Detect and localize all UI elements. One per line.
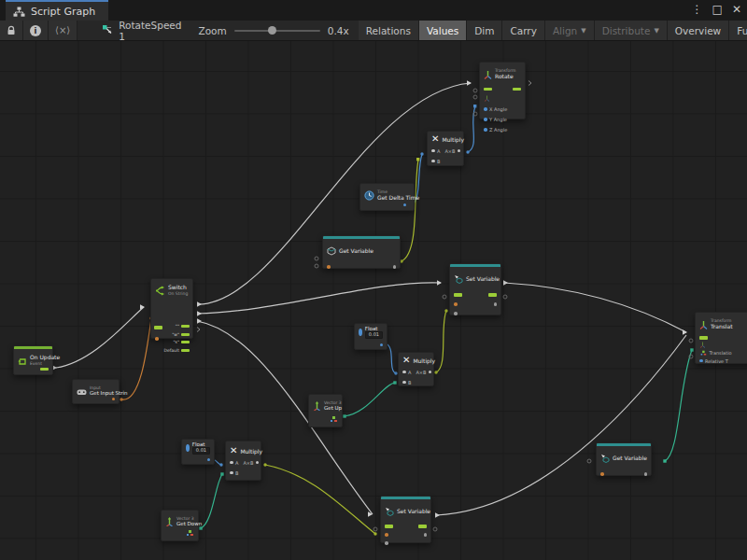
output-port[interactable]: [458, 149, 461, 153]
input-b-port[interactable]: [431, 160, 435, 163]
node-switch-on-string[interactable]: SwitchOn String "" "w" "s" Default: [150, 278, 193, 339]
port-label: A: [437, 148, 440, 154]
z-angle-port[interactable]: [484, 128, 487, 132]
name-port[interactable]: [385, 533, 388, 537]
flow-in-port[interactable]: [154, 326, 162, 329]
node-multiply-middle[interactable]: ✕Multiply AA×B B: [398, 352, 434, 386]
case-out-port[interactable]: [181, 333, 190, 337]
float-value-field[interactable]: 0.01: [365, 331, 383, 339]
case-label: "": [176, 324, 179, 329]
output-port[interactable]: [380, 343, 384, 347]
vector3-out-port[interactable]: [186, 530, 193, 537]
input-b-port[interactable]: [402, 381, 406, 385]
selector-port[interactable]: [155, 337, 159, 341]
name-port[interactable]: [327, 265, 331, 269]
flow-in-port[interactable]: [699, 336, 708, 340]
node-multiply-bottom[interactable]: ✕Multiply AA×B B: [225, 441, 261, 481]
graph-canvas[interactable]: [0, 41, 747, 560]
node-title: Translat: [711, 324, 733, 330]
output-port[interactable]: [403, 203, 407, 207]
name-port[interactable]: [600, 472, 604, 476]
port-label: Z Angle: [489, 127, 507, 133]
float-icon: [359, 329, 362, 336]
flow-in-port[interactable]: [484, 88, 492, 91]
node-set-variable-top[interactable]: Set Variable: [449, 263, 501, 315]
output-port[interactable]: [207, 458, 211, 462]
node-title: Rotate: [495, 74, 515, 80]
distribute-label: Distribute: [602, 25, 651, 36]
distribute-button[interactable]: Distribute▼: [595, 21, 668, 40]
flow-out-port[interactable]: [40, 368, 49, 371]
node-get-input-string[interactable]: InputGet Input Strin: [72, 379, 120, 404]
graph-reference[interactable]: RotateSpeed 1: [94, 21, 189, 40]
flow-in-port[interactable]: [385, 525, 393, 528]
case-out-port[interactable]: [181, 325, 190, 329]
node-transform-rotate[interactable]: TransformRotate X Angle Y Angle Z Angle: [479, 62, 526, 119]
value-in-port[interactable]: [454, 312, 458, 315]
case-out-port[interactable]: [181, 341, 190, 344]
node-title: Get Delta Time: [377, 195, 419, 202]
relative-to-port[interactable]: [699, 359, 703, 363]
self-port-icon[interactable]: [699, 342, 706, 348]
value-out-port[interactable]: [644, 472, 648, 476]
port-label: A: [408, 370, 411, 375]
flow-out-port[interactable]: [513, 88, 521, 91]
relations-button[interactable]: Relations: [359, 21, 419, 40]
flow-in-port[interactable]: [454, 293, 462, 297]
tab-script-graph[interactable]: Script Graph: [6, 0, 108, 21]
zoom-control: Zoom 0.4x: [189, 21, 358, 40]
node-multiply-top[interactable]: ✕Multiply AA×B B: [427, 131, 464, 166]
zoom-slider[interactable]: [234, 30, 320, 32]
input-a-port[interactable]: [230, 461, 233, 465]
lock-button[interactable]: [0, 21, 23, 40]
output-port[interactable]: [112, 398, 116, 401]
port-label: B: [235, 470, 238, 476]
overview-button[interactable]: Overview: [668, 21, 729, 40]
flow-out-port[interactable]: [488, 293, 497, 297]
node-transform-translate[interactable]: TransformTranslat Translatio Relative T: [695, 312, 747, 364]
window-titlebar: Script Graph ⋮ □ ✕: [0, 0, 747, 21]
y-angle-port[interactable]: [484, 118, 487, 121]
dim-button[interactable]: Dim: [467, 21, 502, 40]
node-set-variable-bottom[interactable]: Set Variable: [380, 496, 431, 543]
node-vector3-get-up[interactable]: Vector 3Get Up: [308, 394, 343, 427]
node-get-delta-time[interactable]: TimeGet Delta Time: [359, 183, 415, 211]
code-view-button[interactable]: ⟨×⟩: [49, 21, 78, 40]
node-get-variable-top[interactable]: Get Variable: [322, 235, 401, 269]
float-value-field[interactable]: 0.01: [192, 447, 210, 455]
output-port[interactable]: [429, 371, 432, 374]
self-port-icon[interactable]: [484, 95, 490, 102]
value-out-port[interactable]: [393, 265, 397, 269]
values-button[interactable]: Values: [419, 21, 467, 40]
value-out-port[interactable]: [494, 302, 498, 306]
input-a-port[interactable]: [402, 371, 406, 374]
info-button[interactable]: i: [23, 21, 49, 40]
window-menu-button[interactable]: ⋮: [692, 3, 703, 16]
align-button[interactable]: Align▼: [545, 21, 595, 40]
value-in-port[interactable]: [385, 541, 388, 545]
node-float-bottom[interactable]: Float0.01: [181, 439, 215, 465]
fullscreen-button[interactable]: Full Screen: [729, 21, 747, 40]
vector3-out-port[interactable]: [330, 416, 337, 423]
output-port[interactable]: [256, 461, 260, 465]
node-float-top[interactable]: Float0.01: [354, 323, 388, 350]
input-a-port[interactable]: [431, 149, 435, 153]
x-angle-port[interactable]: [484, 107, 487, 111]
input-b-port[interactable]: [230, 471, 233, 475]
default-out-port[interactable]: [181, 349, 190, 353]
zoom-slider-handle[interactable]: [268, 26, 276, 35]
translation-port[interactable]: [700, 350, 706, 356]
window-close-button[interactable]: ✕: [732, 3, 741, 16]
node-get-variable-right[interactable]: Get Variable: [596, 442, 652, 476]
value-out-port[interactable]: [424, 533, 428, 537]
vector3-icon: [165, 512, 174, 530]
flow-out-port[interactable]: [418, 525, 427, 528]
carry-button[interactable]: Carry: [502, 21, 544, 40]
transform-icon: [699, 315, 708, 333]
node-on-update[interactable]: On UpdateEvent: [13, 345, 53, 375]
port-label: B: [408, 380, 411, 385]
name-port[interactable]: [454, 302, 458, 306]
node-vector3-get-down[interactable]: Vector 3Get Down: [161, 510, 199, 541]
window-maximize-button[interactable]: □: [712, 3, 723, 16]
node-title: Get Down: [176, 521, 202, 526]
